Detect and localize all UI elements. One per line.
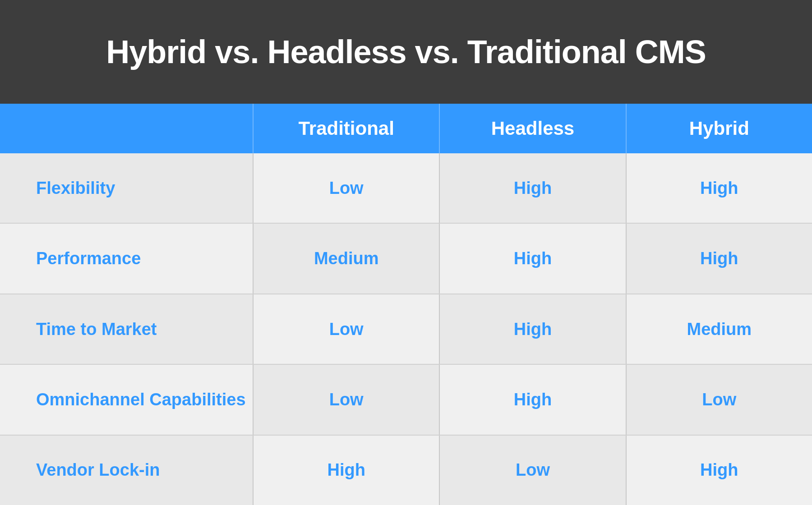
page-wrapper: Hybrid vs. Headless vs. Traditional CMS … bbox=[0, 0, 812, 505]
cell-vendor-lockin-traditional: High bbox=[253, 436, 439, 505]
col-header-headless: Headless bbox=[439, 104, 625, 153]
cell-vendor-lockin-headless: Low bbox=[439, 436, 625, 505]
row-label-performance: Performance bbox=[0, 224, 253, 293]
row-label-time-to-market: Time to Market bbox=[0, 294, 253, 364]
cell-time-to-market-headless: High bbox=[439, 294, 625, 364]
table-header-row: Traditional Headless Hybrid bbox=[0, 104, 812, 153]
table-row: Omnichannel Capabilities Low High Low bbox=[0, 365, 812, 435]
cell-performance-headless: High bbox=[439, 224, 625, 293]
page-title: Hybrid vs. Headless vs. Traditional CMS bbox=[106, 33, 706, 70]
cell-time-to-market-hybrid: Medium bbox=[626, 294, 812, 364]
cell-omnichannel-traditional: Low bbox=[253, 365, 439, 434]
col-header-hybrid: Hybrid bbox=[626, 104, 812, 153]
cell-vendor-lockin-hybrid: High bbox=[626, 436, 812, 505]
cell-flexibility-headless: High bbox=[439, 153, 625, 223]
table-row: Flexibility Low High High bbox=[0, 153, 812, 224]
table-row: Vendor Lock-in High Low High bbox=[0, 436, 812, 505]
cell-flexibility-hybrid: High bbox=[626, 153, 812, 223]
cell-omnichannel-headless: High bbox=[439, 365, 625, 434]
row-label-flexibility: Flexibility bbox=[0, 153, 253, 223]
row-label-omnichannel: Omnichannel Capabilities bbox=[0, 365, 253, 434]
row-label-vendor-lockin: Vendor Lock-in bbox=[0, 436, 253, 505]
page-header: Hybrid vs. Headless vs. Traditional CMS bbox=[0, 0, 812, 104]
cell-omnichannel-hybrid: Low bbox=[626, 365, 812, 434]
table-body: Flexibility Low High High Performance Me… bbox=[0, 153, 812, 505]
cell-time-to-market-traditional: Low bbox=[253, 294, 439, 364]
col-header-traditional: Traditional bbox=[253, 104, 439, 153]
col-header-empty bbox=[0, 104, 253, 153]
cell-flexibility-traditional: Low bbox=[253, 153, 439, 223]
table-row: Performance Medium High High bbox=[0, 224, 812, 294]
cell-performance-traditional: Medium bbox=[253, 224, 439, 293]
cell-performance-hybrid: High bbox=[626, 224, 812, 293]
comparison-table: Traditional Headless Hybrid Flexibility … bbox=[0, 104, 812, 505]
table-row: Time to Market Low High Medium bbox=[0, 294, 812, 365]
